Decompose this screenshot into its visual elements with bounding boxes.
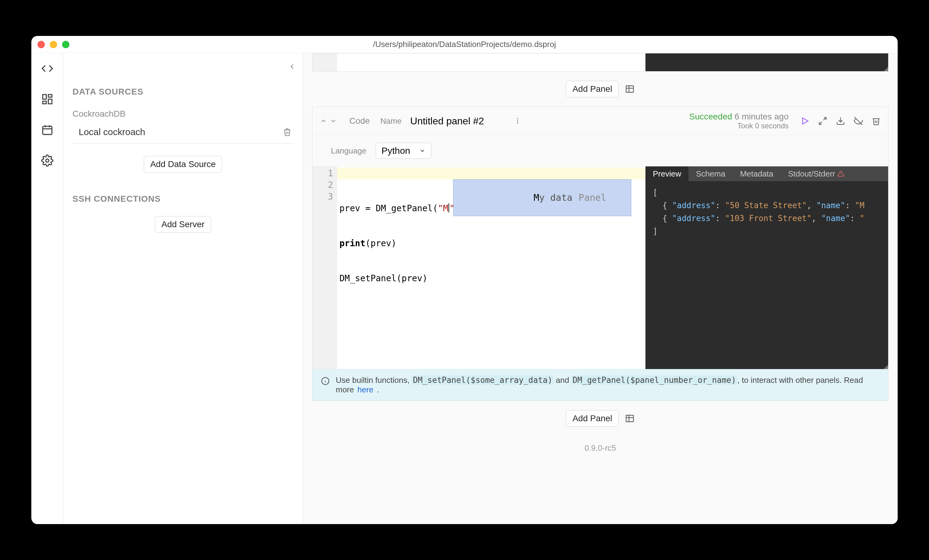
svg-point-8 bbox=[46, 159, 49, 162]
version-label: 0.9.0-rc5 bbox=[312, 436, 888, 465]
add-data-source-button[interactable]: Add Data Source bbox=[144, 156, 222, 173]
panel-info-hint: Use builtin functions, DM_setPanel($some… bbox=[313, 369, 888, 401]
app-body: DATA SOURCES CockroachDB Local cockroach… bbox=[31, 53, 898, 524]
language-value: Python bbox=[382, 145, 410, 156]
language-label: Language bbox=[331, 146, 366, 156]
results-pane: Preview Schema Metadata Stdout/Stderr [ … bbox=[645, 167, 888, 369]
add-table-panel-icon[interactable] bbox=[625, 413, 635, 423]
download-results-button[interactable] bbox=[836, 116, 845, 125]
data-source-item[interactable]: Local cockroach bbox=[72, 121, 293, 144]
tab-metadata[interactable]: Metadata bbox=[733, 167, 780, 181]
add-server-button[interactable]: Add Server bbox=[155, 216, 211, 233]
svg-rect-3 bbox=[43, 101, 46, 104]
calendar-icon[interactable] bbox=[41, 124, 54, 136]
ssh-connections-heading: SSH CONNECTIONS bbox=[72, 194, 293, 204]
panel-menu-button[interactable] bbox=[514, 117, 521, 125]
add-panel-row-bottom: Add Panel bbox=[312, 401, 888, 436]
run-panel-button[interactable] bbox=[800, 116, 809, 125]
delete-data-source-button[interactable] bbox=[283, 128, 291, 136]
svg-rect-4 bbox=[43, 126, 52, 135]
main-area: Add Panel Code Name bbox=[303, 53, 898, 524]
status-duration: Took 0 seconds bbox=[689, 122, 789, 130]
window-title: /Users/philipeaton/DataStationProjects/d… bbox=[373, 40, 556, 49]
svg-point-14 bbox=[517, 122, 518, 124]
results-tabs: Preview Schema Metadata Stdout/Stderr bbox=[645, 167, 888, 181]
svg-point-13 bbox=[517, 120, 518, 122]
collapse-sidebar-button[interactable] bbox=[288, 62, 296, 71]
hide-results-button[interactable] bbox=[854, 116, 863, 125]
panel-name-label: Name bbox=[380, 116, 402, 126]
svg-marker-15 bbox=[803, 118, 808, 124]
data-source-type-label: CockroachDB bbox=[72, 109, 293, 119]
close-window-button[interactable] bbox=[37, 41, 45, 48]
svg-rect-0 bbox=[43, 95, 46, 99]
svg-line-17 bbox=[819, 122, 822, 125]
sidebar: DATA SOURCES CockroachDB Local cockroach… bbox=[63, 53, 303, 524]
data-source-name: Local cockroach bbox=[79, 127, 145, 137]
traffic-lights bbox=[37, 41, 69, 48]
autocomplete-popup[interactable]: My dataPanel bbox=[453, 179, 631, 216]
read-more-link[interactable]: here bbox=[357, 385, 373, 394]
svg-point-12 bbox=[517, 118, 518, 119]
code-editor[interactable]: prev = DM_getPanel("M") print(prev) DM_s… bbox=[337, 167, 645, 369]
panel-name-input[interactable] bbox=[408, 114, 506, 128]
chevron-down-icon bbox=[419, 148, 426, 154]
preview-json: [ { "address": "50 State Street", "name"… bbox=[645, 181, 888, 243]
tab-schema[interactable]: Schema bbox=[688, 167, 733, 181]
add-panel-row-top: Add Panel bbox=[312, 72, 888, 107]
code-icon[interactable] bbox=[41, 62, 54, 75]
icon-rail bbox=[31, 53, 63, 524]
collapse-panel-icon[interactable] bbox=[320, 117, 327, 125]
add-panel-button[interactable]: Add Panel bbox=[566, 410, 618, 427]
info-icon bbox=[321, 377, 330, 385]
expand-panel-icon[interactable] bbox=[330, 117, 337, 125]
status-ago: 6 minutes ago bbox=[734, 112, 789, 121]
line-gutter: 123 bbox=[313, 167, 337, 369]
dashboard-icon[interactable] bbox=[41, 93, 54, 105]
settings-icon[interactable] bbox=[41, 155, 54, 167]
language-row: Language Python bbox=[313, 135, 888, 167]
app-window: /Users/philipeaton/DataStationProjects/d… bbox=[31, 36, 898, 524]
add-table-panel-icon[interactable] bbox=[625, 84, 635, 94]
editor-and-preview: 123 prev = DM_getPanel("M") print(prev) … bbox=[313, 167, 888, 369]
svg-rect-25 bbox=[626, 415, 633, 422]
language-select[interactable]: Python bbox=[376, 143, 431, 159]
svg-line-16 bbox=[824, 118, 826, 120]
minimize-window-button[interactable] bbox=[50, 41, 57, 48]
svg-rect-1 bbox=[48, 95, 52, 97]
titlebar: /Users/philipeaton/DataStationProjects/d… bbox=[31, 36, 898, 53]
collapsed-previous-panel[interactable] bbox=[312, 53, 888, 72]
delete-panel-button[interactable] bbox=[872, 116, 881, 125]
panel-type-label: Code bbox=[349, 116, 370, 126]
code-panel: Code Name Succeeded 6 minutes ago Took 0… bbox=[312, 107, 888, 401]
fullscreen-window-button[interactable] bbox=[62, 41, 69, 48]
tab-stdout[interactable]: Stdout/Stderr bbox=[780, 167, 852, 181]
tab-preview[interactable]: Preview bbox=[645, 167, 688, 181]
panel-header: Code Name Succeeded 6 minutes ago Took 0… bbox=[313, 107, 888, 135]
svg-rect-9 bbox=[626, 86, 633, 92]
panel-status: Succeeded 6 minutes ago Took 0 seconds bbox=[689, 112, 789, 130]
add-panel-button[interactable]: Add Panel bbox=[566, 81, 618, 97]
svg-rect-2 bbox=[48, 99, 52, 104]
status-succeeded: Succeeded bbox=[689, 112, 732, 121]
warning-icon bbox=[837, 170, 844, 177]
current-line-highlight bbox=[337, 168, 645, 179]
text-cursor bbox=[449, 203, 449, 213]
data-sources-heading: DATA SOURCES bbox=[72, 87, 293, 97]
expand-results-button[interactable] bbox=[818, 116, 827, 125]
